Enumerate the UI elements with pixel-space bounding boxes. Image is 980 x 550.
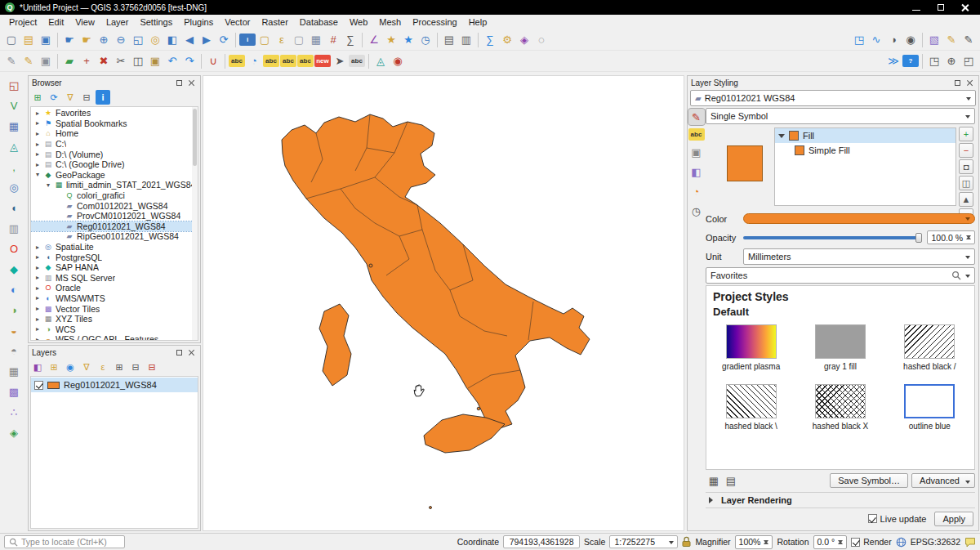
add-oracle-layer-icon[interactable]: O [6, 240, 22, 257]
symbol-preview-swatch[interactable] [727, 145, 763, 181]
filter-by-expression-icon[interactable]: ε [96, 360, 110, 374]
unit-combo[interactable]: Millimeters [743, 248, 975, 265]
expand-arrow-icon[interactable]: ▸ [34, 294, 41, 302]
menu-item-view[interactable]: View [69, 16, 100, 29]
add-wcs-layer-icon[interactable]: ◑ [6, 302, 22, 318]
current-edits-icon[interactable]: ✎ [3, 53, 20, 69]
browser-item-d-volume[interactable]: ▸▤D:\ (Volume) [31, 149, 198, 159]
processing-toolbox-icon[interactable]: ⚙ [499, 32, 515, 48]
elevation-profile-icon[interactable]: ∿ [868, 32, 884, 48]
expand-arrow-icon[interactable]: ▸ [34, 325, 41, 333]
zoom-in-icon[interactable]: ⊕ [96, 32, 112, 48]
field-calculator-icon[interactable]: # [325, 32, 341, 48]
browser-item-spatialite[interactable]: ▸◎SpatiaLite [31, 242, 198, 253]
duplicate-symbol-layer-icon[interactable]: ◫ [959, 176, 973, 190]
style-list-view-icon[interactable]: ▤ [723, 472, 739, 489]
browser-item-provcm01012021-wgs84[interactable]: ▰ProvCM01012021_WGS84 [31, 211, 198, 221]
add-delimited-text-layer-icon[interactable]: , [6, 159, 22, 175]
toggle-extents-icon[interactable]: ◳ [926, 53, 942, 69]
browser-item-home[interactable]: ▸⌂Home [31, 128, 198, 139]
browser-item-com01012021-wgs84[interactable]: ▰Com01012021_WGS84 [31, 200, 198, 211]
manage-map-themes-icon[interactable]: ◉ [63, 360, 78, 374]
browser-item-postgresql[interactable]: ▸◖PostgreSQL [31, 252, 198, 262]
symbology-tab-icon[interactable]: ✎ [688, 109, 705, 125]
style-filter-combo[interactable]: Favorites [706, 267, 975, 284]
expand-arrow-icon[interactable]: ▸ [34, 150, 41, 158]
browser-item-wfs-ogc-api-features[interactable]: ▸◒WFS / OGC API - Features [31, 334, 198, 341]
select-by-expression-icon[interactable]: ε [274, 32, 290, 48]
open-project-icon[interactable]: ▤ [20, 32, 37, 48]
toggle-editing-icon[interactable]: ✎ [20, 53, 37, 69]
python-console-icon[interactable]: ≫ [885, 53, 902, 69]
expand-all-icon[interactable]: ⊞ [112, 360, 127, 374]
rotate-label-icon[interactable]: abc [280, 55, 296, 67]
zoom-full-icon[interactable]: ◱ [130, 32, 146, 48]
browser-add-selected-layers-icon[interactable]: ⊞ [30, 90, 45, 105]
render-checkbox[interactable]: Render [851, 537, 891, 547]
styling-close-icon[interactable] [965, 78, 975, 87]
vertex-tool-icon[interactable]: + [78, 53, 95, 69]
annotations-icon[interactable]: ✎ [943, 32, 960, 48]
browser-undock-icon[interactable] [174, 78, 184, 87]
add-raster-layer-icon[interactable]: ▦ [6, 118, 22, 134]
symbol-node-fill[interactable]: Fill [775, 128, 956, 143]
redo-icon[interactable]: ↷ [181, 53, 198, 69]
expand-arrow-icon[interactable]: ▸ [34, 284, 41, 292]
open-attribute-table-icon[interactable]: ▦ [308, 32, 324, 48]
browser-item-spatial-bookmarks[interactable]: ▸⚑Spatial Bookmarks [31, 118, 198, 129]
menu-item-project[interactable]: Project [3, 16, 42, 29]
expand-arrow-icon[interactable]: ▸ [34, 264, 41, 271]
gps-toolbar-icon[interactable]: ◉ [390, 53, 406, 69]
live-update-checkbox[interactable]: Live update [868, 514, 927, 524]
add-polygon-feature-icon[interactable]: ▰ [61, 53, 78, 69]
add-vector-tile-layer-icon[interactable]: ▩ [6, 383, 22, 400]
browser-refresh-icon[interactable]: ⟳ [47, 90, 61, 105]
expand-arrow-icon[interactable]: ▸ [34, 110, 41, 117]
georeferencer-icon[interactable]: ◳ [851, 32, 867, 48]
zoom-to-selection-icon[interactable]: ◎ [147, 32, 163, 48]
new-3d-map-icon[interactable]: ▧ [926, 32, 942, 48]
opacity-slider-handle[interactable] [915, 233, 922, 243]
menu-item-mesh[interactable]: Mesh [373, 16, 407, 29]
style-gradient-plasma[interactable]: gradient plasma [708, 324, 794, 371]
layers-close-icon[interactable] [187, 347, 197, 357]
browser-item-vector-tiles[interactable]: ▸▩Vector Tiles [31, 303, 198, 314]
browser-item-wcs[interactable]: ▸◑WCS [31, 324, 198, 334]
layer-item-reg01012021-wgs84[interactable]: Reg01012021_WGS84 [31, 378, 198, 392]
menu-item-edit[interactable]: Edit [42, 16, 69, 29]
maximize-icon[interactable] [936, 2, 946, 12]
zoom-to-layer-icon[interactable]: ◧ [164, 32, 180, 48]
expand-arrow-icon[interactable]: ▸ [34, 315, 41, 323]
temporal-controller-icon[interactable]: ◷ [417, 32, 434, 48]
browser-item-ms-sql-server[interactable]: ▸▥MS SQL Server [31, 273, 198, 284]
mask-tab-icon[interactable]: ▣ [688, 144, 705, 160]
browser-item-colori-grafici[interactable]: Qcolori_grafici [31, 190, 198, 201]
browser-item-wms-wmts[interactable]: ▸◐WMS/WMTS [31, 293, 198, 304]
open-layer-styling-icon[interactable]: ◧ [30, 360, 45, 374]
cut-features-icon[interactable]: ✂ [113, 53, 129, 69]
expand-arrow-icon[interactable]: ▸ [34, 119, 41, 127]
new-print-layout-icon[interactable]: ▤ [441, 32, 457, 48]
filter-legend-icon[interactable]: ∇ [79, 360, 94, 374]
style-icon-view-icon[interactable]: ▦ [706, 472, 722, 489]
expand-arrow-icon[interactable]: ▸ [34, 161, 41, 168]
browser-item-limiti-admin-stat-2021-wgs84-gpkg[interactable]: ▾▦limiti_admin_STAT_2021_WGS84.gpkg [31, 180, 198, 190]
expand-arrow-icon[interactable]: ▸ [34, 305, 41, 312]
move-symbol-up-icon[interactable]: ▲ [959, 192, 973, 207]
add-wms-layer-icon[interactable]: ◐ [6, 281, 22, 297]
menu-item-processing[interactable]: Processing [407, 16, 462, 29]
styling-undock-icon[interactable] [952, 78, 962, 87]
opacity-spinbox[interactable]: 100.0 % [927, 230, 975, 244]
collapse-all-icon[interactable]: ⊟ [128, 360, 143, 374]
add-hana-layer-icon[interactable]: ◆ [6, 261, 22, 277]
coordinate-input[interactable]: 794193,4361928 [503, 535, 580, 548]
menu-item-web[interactable]: Web [344, 16, 373, 29]
zoom-out-icon[interactable]: ⊖ [113, 32, 129, 48]
menu-item-raster[interactable]: Raster [256, 16, 293, 29]
styling-layer-combo[interactable]: ▰ Reg01012021 WGS84 [690, 90, 976, 106]
osm-place-search-icon[interactable]: ◌ [533, 32, 550, 48]
history-tab-icon[interactable]: ◷ [688, 203, 705, 219]
add-vector-layer-icon[interactable]: V [6, 97, 22, 114]
style-outline-blue[interactable]: outline blue [887, 384, 973, 431]
new-project-icon[interactable]: ▢ [3, 32, 20, 48]
